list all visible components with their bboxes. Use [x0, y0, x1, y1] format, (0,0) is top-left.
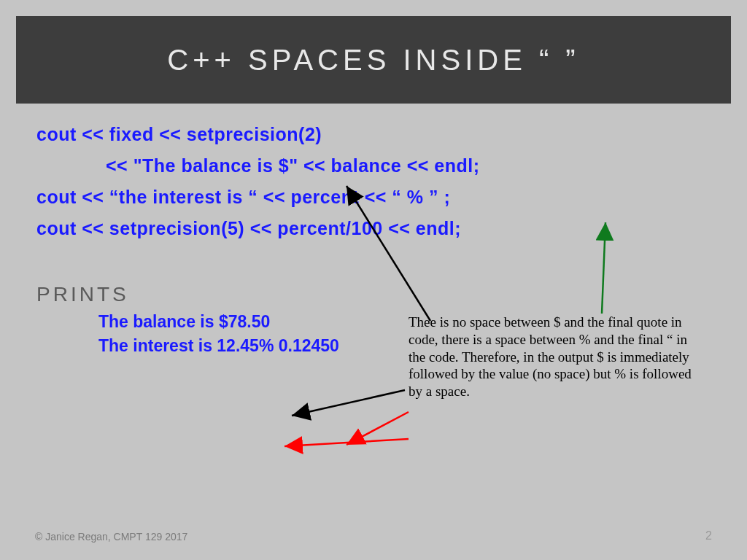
page-number: 2 — [705, 529, 712, 542]
prints-heading: PRINTS — [36, 283, 711, 306]
explanation-text: Thee is no space between $ and the final… — [409, 314, 700, 400]
code-line-2: << "The balance is $" << balance << endl… — [36, 155, 711, 176]
code-line-1: cout << fixed << setprecision(2) — [36, 124, 711, 145]
title-bar: C++ SPACES INSIDE “ ” — [16, 16, 731, 104]
slide-title: C++ SPACES INSIDE “ ” — [167, 44, 579, 77]
code-line-3: cout << “the interest is “ << percent <<… — [36, 187, 711, 208]
code-line-4: cout << setprecision(5) << percent/100 <… — [36, 218, 711, 239]
copyright-text: © Janice Regan, CMPT 129 2017 — [35, 531, 187, 542]
